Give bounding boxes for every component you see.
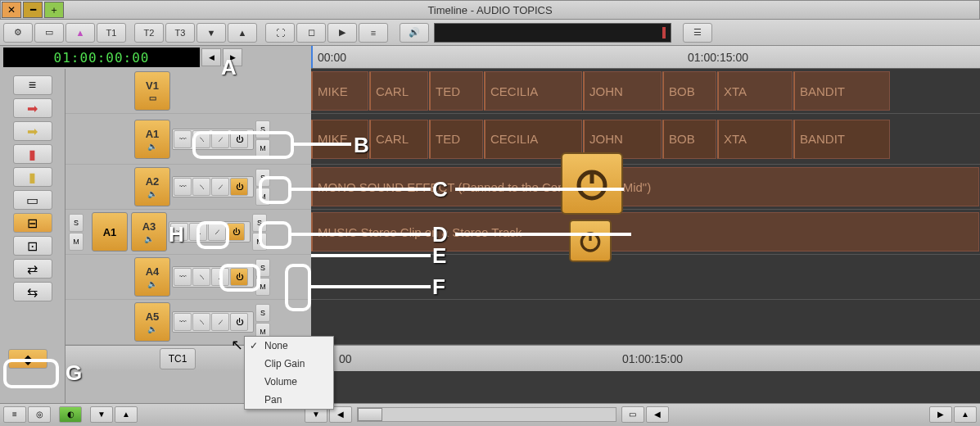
layout-button[interactable]: ≡ <box>359 23 388 43</box>
focus-button[interactable]: ◻ <box>296 23 326 43</box>
auto-gain-btn-a1[interactable]: ⟍ <box>192 130 210 148</box>
solo-a1[interactable]: S <box>255 120 270 138</box>
clip-a2-0[interactable]: MONO SOUND EFFECT (Panned to the Center,… <box>311 167 979 206</box>
settings-button[interactable]: ⚙ <box>3 23 33 43</box>
power-btn-a1[interactable]: ⏻ <box>230 130 248 148</box>
playhead[interactable] <box>311 46 313 68</box>
clip-v1-0[interactable]: MIKE <box>311 71 368 111</box>
mute-a4[interactable]: M <box>255 278 270 296</box>
slide-tool[interactable]: ⇆ <box>13 282 52 301</box>
power-btn-a3[interactable]: ⏻ <box>227 223 245 241</box>
timecode-next[interactable]: ▶ <box>223 48 242 66</box>
auto-gain-btn-a2[interactable]: ⟍ <box>192 178 210 196</box>
clip-a1-5[interactable]: BOB <box>662 120 716 159</box>
clip-v1-1[interactable]: CARL <box>369 71 428 111</box>
track-up-button[interactable]: ▲ <box>228 23 257 43</box>
src-solo[interactable]: S <box>69 214 84 232</box>
volume-btn-a5[interactable]: ⟋ <box>211 313 229 331</box>
track-selector-a3[interactable]: A3🔈 <box>131 212 167 252</box>
power-btn-a4[interactable]: ⏻ <box>230 268 248 286</box>
clip-v1-2[interactable]: TED <box>429 71 483 111</box>
context-menu[interactable]: None Clip Gain Volume Pan <box>244 336 334 410</box>
trim-tool[interactable]: ⊡ <box>13 236 52 256</box>
waveform-btn-a3[interactable]: 〰 <box>170 223 188 241</box>
solo-a5[interactable]: S <box>255 304 270 322</box>
volume-btn-a4[interactable]: ⟋ <box>211 268 229 286</box>
play-button[interactable]: ▶ <box>327 23 357 43</box>
mute-a3[interactable]: M <box>252 233 267 251</box>
extract-tool[interactable]: ⊟ <box>13 213 52 233</box>
clip-a1-6[interactable]: XTA <box>717 120 793 159</box>
t3-button[interactable]: T3 <box>165 23 195 43</box>
solo-a4[interactable]: S <box>255 259 270 277</box>
scroll-left2-button[interactable]: ◀ <box>646 406 669 423</box>
timecode-prev[interactable]: ◀ <box>201 48 221 66</box>
clip-v1-3[interactable]: CECILIA <box>484 71 582 111</box>
add-button[interactable]: ＋ <box>44 2 64 18</box>
t1-button[interactable]: T1 <box>97 23 126 43</box>
menu-item-volume[interactable]: Volume <box>245 373 333 391</box>
source-patch-a1[interactable]: A1 <box>92 212 128 252</box>
zoom-out-button[interactable]: ▼ <box>90 406 113 423</box>
timeline-ruler[interactable]: 00:00 01:00:15:00 <box>311 46 980 69</box>
clip-a1-7[interactable]: BANDIT <box>793 120 890 159</box>
segment-tool[interactable]: ▭ <box>13 190 52 210</box>
clip-a3-0[interactable]: MUSIC Stereo Clip on a Stereo Track <box>311 212 979 252</box>
clip-a1-2[interactable]: TED <box>429 120 483 159</box>
clip-a1-0[interactable]: MIKE <box>311 120 368 159</box>
auto-gain-btn-a3[interactable]: ⟍ <box>189 223 207 241</box>
track-selector-tc1[interactable]: TC1 <box>160 348 196 369</box>
collapse-button[interactable]: ◎ <box>28 406 51 423</box>
scrollbar-thumb[interactable] <box>358 408 382 421</box>
track-selector-a4[interactable]: A4🔈 <box>134 257 170 297</box>
mute-a2[interactable]: M <box>255 188 270 206</box>
waveform-btn-a4[interactable]: 〰 <box>174 268 192 286</box>
waveform-btn-a5[interactable]: 〰 <box>174 313 192 331</box>
scale-up-button[interactable]: ▲ <box>954 406 977 423</box>
volume-btn-a3[interactable]: ⟋ <box>208 223 226 241</box>
keyframe-tool[interactable]: ◆ <box>8 349 47 369</box>
timecode-display[interactable]: 01:00:00:00 <box>3 48 200 67</box>
t2-button[interactable]: T2 <box>134 23 164 43</box>
clip-v1-7[interactable]: BANDIT <box>793 71 890 111</box>
expand-all-button[interactable]: ≡ <box>3 406 26 423</box>
zoom-in-button[interactable]: ▲ <box>115 406 138 423</box>
solo-a2[interactable]: S <box>255 169 270 187</box>
clip-a1-1[interactable]: CARL <box>369 120 428 159</box>
marker-button[interactable]: ▲ <box>65 23 95 43</box>
hamburger-tool[interactable]: ≡ <box>13 75 52 95</box>
auto-gain-btn-a5[interactable]: ⟍ <box>192 313 210 331</box>
green-toggle[interactable]: ◐ <box>59 406 82 423</box>
minimize-button[interactable]: ━ <box>23 2 43 18</box>
fullscreen-button[interactable]: ⛶ <box>265 23 295 43</box>
power-btn-a5[interactable]: ⏻ <box>230 313 248 331</box>
fit-button[interactable]: ▭ <box>621 406 644 423</box>
track-down-button[interactable]: ▼ <box>196 23 226 43</box>
src-mute[interactable]: M <box>69 233 84 251</box>
mute-a1[interactable]: M <box>255 139 270 157</box>
list-button[interactable]: ☰ <box>683 23 712 43</box>
clip-v1-4[interactable]: JOHN <box>583 71 662 111</box>
yellow-arrow-tool[interactable]: ➡ <box>13 121 52 141</box>
menu-item-none[interactable]: None <box>245 337 333 355</box>
view-button[interactable]: ▭ <box>34 23 64 43</box>
menu-item-pan[interactable]: Pan <box>245 391 333 409</box>
waveform-btn-a2[interactable]: 〰 <box>174 178 192 196</box>
menu-item-clip-gain[interactable]: Clip Gain <box>245 355 333 373</box>
solo-a3[interactable]: S <box>252 214 267 232</box>
timeline-area[interactable]: 00:00 01:00:15:00 MIKE CARL TED CECILIA … <box>311 69 980 403</box>
track-selector-a5[interactable]: A5🔈 <box>134 302 170 342</box>
volume-btn-a1[interactable]: ⟋ <box>211 130 229 148</box>
track-selector-a2[interactable]: A2🔈 <box>134 167 170 206</box>
yellow-block-tool[interactable]: ▮ <box>13 167 52 187</box>
track-selector-a1[interactable]: A1🔈 <box>134 120 170 159</box>
scroll-right-button[interactable]: ▶ <box>929 406 952 423</box>
clip-v1-6[interactable]: XTA <box>717 71 793 111</box>
auto-gain-btn-a4[interactable]: ⟍ <box>192 268 210 286</box>
volume-btn-a2[interactable]: ⟋ <box>211 178 229 196</box>
red-arrow-tool[interactable]: ➡ <box>13 98 52 118</box>
track-selector-v1[interactable]: V1▭ <box>134 71 170 111</box>
slip-tool[interactable]: ⇄ <box>13 259 52 279</box>
power-btn-a2[interactable]: ⏻ <box>230 178 248 196</box>
audio-button[interactable]: 🔊 <box>400 23 429 43</box>
